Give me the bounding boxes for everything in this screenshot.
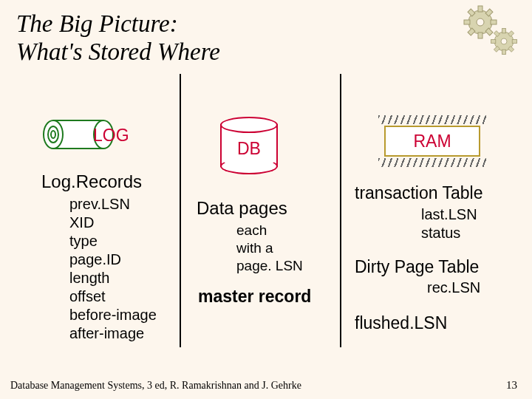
svg-rect-3 [478, 33, 482, 38]
svg-point-1 [477, 18, 484, 26]
db-label: DB [237, 139, 261, 159]
transaction-table-fields: last.LSN status [421, 205, 477, 242]
svg-rect-13 [502, 50, 506, 54]
log-records-heading: Log.Records [41, 171, 142, 192]
ram-hatch-top [378, 115, 486, 124]
divider-left [180, 74, 181, 347]
log-field: prev.LSN [69, 195, 157, 214]
log-field: page.ID [69, 250, 157, 269]
log-field: XID [69, 214, 157, 232]
title-line-1: The Big Picture: [16, 10, 178, 37]
log-field: after-image [69, 324, 157, 343]
ram-box: RAM [384, 126, 480, 157]
log-field: offset [69, 287, 157, 306]
dirty-page-table-heading: Dirty Page Table [355, 257, 479, 277]
svg-rect-14 [512, 40, 516, 44]
log-field: length [69, 269, 157, 287]
sub-line: page. LSN [236, 257, 303, 275]
svg-rect-5 [464, 20, 470, 24]
tt-field: status [421, 224, 477, 242]
gears-decoration [458, 3, 525, 62]
ram-hatch-bot [378, 158, 486, 167]
log-fields-list: prev.LSN XID type page.ID length offset … [69, 195, 157, 343]
footer-citation: Database Management Systems, 3 ed, R. Ra… [10, 380, 301, 392]
svg-rect-15 [491, 40, 495, 44]
svg-rect-2 [478, 6, 482, 12]
sub-line: with a [236, 239, 303, 257]
master-record: master record [198, 287, 311, 307]
dpt-field: rec.LSN [427, 279, 480, 296]
data-pages-sub: each with a page. LSN [236, 222, 303, 274]
log-field: type [69, 232, 157, 250]
divider-right [340, 74, 341, 347]
title-line-2: What's Stored Where [16, 38, 220, 65]
data-pages-heading: Data pages [197, 198, 287, 219]
log-label: LOG [93, 126, 129, 146]
sub-line: each [236, 222, 303, 239]
slide-title: The Big Picture: What's Stored Where [16, 10, 220, 66]
svg-rect-12 [502, 28, 506, 33]
ram-label: RAM [413, 132, 451, 151]
flushed-lsn: flushed.LSN [355, 313, 447, 333]
svg-point-11 [501, 38, 507, 44]
log-field: before-image [69, 306, 157, 324]
transaction-table-heading: transaction Table [355, 183, 482, 203]
tt-field: last.LSN [421, 205, 477, 224]
svg-rect-4 [491, 20, 497, 24]
page-number: 13 [506, 379, 517, 392]
